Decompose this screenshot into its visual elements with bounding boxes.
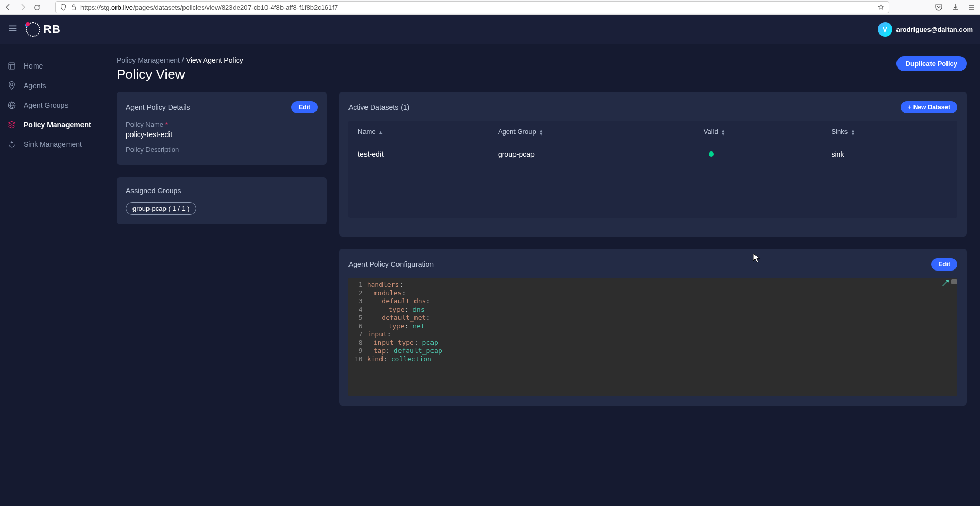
sidebar-item-label: Agents [24, 81, 46, 90]
policy-name-value: policy-test-edit [126, 130, 318, 139]
code-content: handlers:modules: default_dns: type: dns… [367, 278, 957, 396]
sidebar-item-label: Agent Groups [24, 101, 68, 109]
group-chip[interactable]: group-pcap ( 1 / 1 ) [126, 202, 196, 215]
sidebar-item-label: Sink Management [24, 140, 82, 148]
sort-icon: ▲▼ [721, 129, 725, 136]
sort-asc-icon: ▲ [378, 131, 383, 134]
duplicate-policy-button[interactable]: Duplicate Policy [896, 56, 967, 71]
menu-icon[interactable] [968, 3, 976, 11]
sort-icon: ▲▼ [851, 129, 855, 136]
svg-rect-1 [9, 63, 15, 69]
card-title: Active Datasets (1) [348, 103, 409, 111]
new-dataset-button[interactable]: +New Dataset [901, 101, 957, 113]
col-group[interactable]: Agent Group ▲▼ [490, 122, 694, 142]
policy-details-card: Agent Policy Details Edit Policy Name * … [117, 92, 327, 165]
sidebar-toggle[interactable] [7, 23, 19, 36]
policy-config-card: Agent Policy Configuration Edit 12345678… [339, 249, 967, 406]
yaml-editor[interactable]: 12345678910 handlers:modules: default_dn… [348, 278, 957, 396]
svg-point-2 [11, 83, 13, 86]
breadcrumb-current: View Agent Policy [186, 56, 243, 64]
line-gutter: 12345678910 [348, 278, 367, 396]
breadcrumb: Policy Management / View Agent Policy [117, 56, 243, 64]
sidebar-item-label: Home [24, 62, 43, 70]
card-title: Agent Policy Details [126, 103, 190, 111]
col-sinks[interactable]: Sinks ▲▼ [823, 122, 957, 142]
edit-details-button[interactable]: Edit [291, 101, 318, 113]
user-email: arodrigues@daitan.com [896, 26, 973, 33]
sidebar-item-sink-management[interactable]: Sink Management [0, 134, 103, 154]
bookmark-star-icon[interactable] [877, 4, 885, 11]
cell-group: group-pcap [490, 143, 694, 165]
downloads-icon[interactable] [951, 3, 959, 11]
edit-config-button[interactable]: Edit [931, 258, 957, 271]
lock-icon [70, 4, 77, 11]
table-row[interactable]: test-edit group-pcap sink [350, 143, 956, 165]
address-bar[interactable]: https://stg.orb.live/pages/datasets/poli… [55, 1, 889, 13]
editor-settings-icon[interactable] [942, 280, 949, 289]
breadcrumb-root[interactable]: Policy Management [117, 56, 180, 64]
forward-button[interactable] [19, 3, 27, 11]
agent-icon [7, 81, 16, 90]
svg-rect-0 [72, 7, 76, 10]
shield-icon [60, 4, 67, 11]
sidebar-item-home[interactable]: Home [0, 56, 103, 76]
policy-desc-label: Policy Description [126, 146, 318, 154]
browser-toolbar: https://stg.orb.live/pages/datasets/poli… [0, 0, 980, 15]
page-title: Policy View [117, 66, 243, 82]
main-content: Policy Management / View Agent Policy Po… [103, 44, 980, 418]
user-menu[interactable]: V arodrigues@daitan.com [878, 22, 973, 37]
policy-name-label: Policy Name * [126, 121, 318, 128]
col-name[interactable]: Name ▲ [350, 122, 489, 142]
valid-dot-icon [709, 151, 714, 157]
sidebar-item-policy-management[interactable]: Policy Management [0, 115, 103, 134]
cell-name: test-edit [350, 143, 489, 165]
logo-icon [26, 22, 40, 37]
globe-icon [7, 100, 16, 110]
sort-icon: ▲▼ [539, 129, 543, 136]
logo[interactable]: RB [26, 22, 61, 37]
scrollbar-thumb[interactable] [951, 279, 957, 284]
active-datasets-card: Active Datasets (1) +New Dataset Name ▲ … [339, 92, 967, 237]
card-title: Agent Policy Configuration [348, 260, 434, 268]
avatar: V [878, 22, 892, 37]
sidebar: Home Agents Agent Groups Policy Manageme… [0, 44, 103, 418]
plus-icon: + [908, 104, 911, 111]
sidebar-item-agents[interactable]: Agents [0, 76, 103, 95]
reload-button[interactable] [33, 4, 41, 11]
sidebar-item-agent-groups[interactable]: Agent Groups [0, 95, 103, 115]
card-title: Assigned Groups [126, 187, 181, 195]
url-text: https://stg.orb.live/pages/datasets/poli… [80, 4, 338, 11]
back-button[interactable] [4, 3, 12, 11]
sidebar-item-label: Policy Management [24, 121, 91, 129]
cell-sinks: sink [823, 143, 957, 165]
home-icon [7, 61, 16, 71]
sink-icon [7, 140, 16, 149]
app-header: RB V arodrigues@daitan.com [0, 15, 980, 44]
datasets-table: Name ▲ Agent Group ▲▼ Valid ▲▼ Sinks ▲▼ … [348, 121, 957, 166]
pocket-icon[interactable] [935, 3, 943, 11]
cell-valid [695, 143, 822, 165]
logo-text: RB [43, 23, 61, 36]
assigned-groups-card: Assigned Groups group-pcap ( 1 / 1 ) [117, 177, 327, 224]
col-valid[interactable]: Valid ▲▼ [695, 122, 822, 142]
policy-icon [7, 120, 16, 129]
